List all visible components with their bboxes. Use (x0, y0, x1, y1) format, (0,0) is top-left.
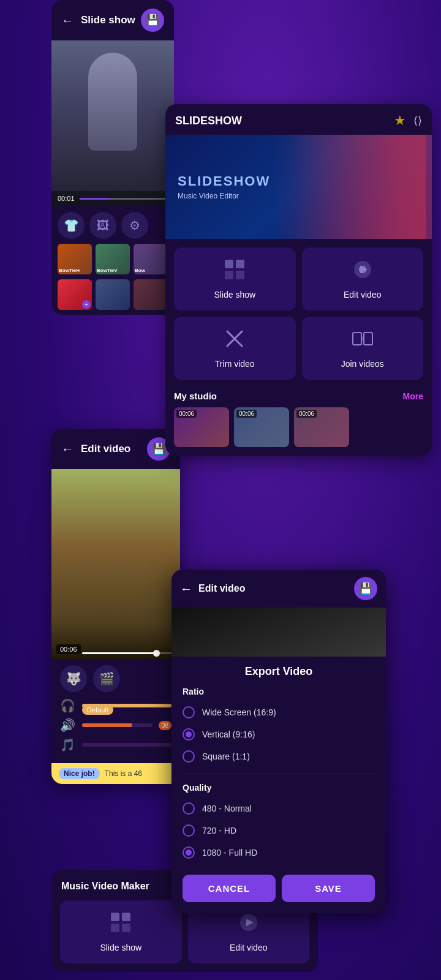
menu-item-edit[interactable]: Edit video (302, 247, 424, 311)
left-progress-fill (80, 198, 111, 200)
menu-item-trim[interactable]: Trim video (174, 317, 296, 380)
left-card-title: Slide show (81, 14, 141, 26)
tool-btn-2[interactable]: 🖼 (89, 212, 116, 239)
bottom-menu-slideshow[interactable]: Slide show (60, 900, 182, 963)
music-icon: 🎵 (60, 737, 76, 752)
edit-progress-bar[interactable] (82, 652, 175, 654)
card-edit-video-left: ← Edit video 💾 00:06 🐺 🎬 🎧 Default (51, 429, 180, 784)
edit-video-left-header: ← Edit video 💾 (51, 429, 180, 469)
svg-rect-9 (353, 333, 361, 345)
left-save-button[interactable]: 💾 (141, 9, 164, 32)
export-save-btn[interactable]: 💾 (354, 577, 377, 600)
slider-row-1: 🎧 Default (60, 698, 172, 713)
menu-label-edit: Edit video (344, 290, 381, 300)
menu-label-join: Join videos (341, 359, 384, 369)
cancel-button[interactable]: CANCEL (183, 875, 276, 902)
save-icon: 💾 (146, 13, 159, 27)
menu-label-trim: Trim video (215, 359, 255, 369)
join-icon (352, 328, 374, 354)
edit-tool-btn-1[interactable]: 🐺 (60, 665, 87, 692)
edit-tool-btn-2[interactable]: 🎬 (93, 665, 120, 692)
slider-default[interactable]: Default (82, 704, 172, 707)
studio-thumb-time-1: 00:06 (176, 410, 197, 418)
edit-tool-row: 🐺 🎬 (60, 665, 172, 692)
thumb-video-3[interactable] (134, 279, 168, 310)
ratio-radio-vertical (183, 728, 195, 741)
ratio-option-square[interactable]: Square (1:1) (183, 745, 375, 767)
studio-thumb-1[interactable]: 00:06 (174, 407, 229, 447)
quality-radio-720 (183, 824, 195, 837)
banner-small-text: Music Video Editor (178, 192, 270, 200)
save-button[interactable]: SAVE (282, 875, 375, 902)
svg-rect-14 (111, 924, 119, 932)
studio-thumb-time-3: 00:06 (296, 410, 317, 418)
tool-icon-1: 👕 (64, 218, 79, 233)
ratio-label-square: Square (1:1) (202, 752, 250, 761)
ratio-radio-widescreen (183, 706, 195, 718)
svg-rect-1 (236, 260, 244, 268)
ratio-option-vertical[interactable]: Vertical (9:16) (183, 723, 375, 745)
quality-radio-480 (183, 802, 195, 815)
edit-tool-icon-2: 🎬 (99, 671, 115, 686)
ratio-label: Ratio (172, 682, 386, 699)
quality-option-480[interactable]: 480 - Normal (183, 797, 375, 820)
bottom-edit-icon (238, 911, 260, 938)
studio-thumb-3[interactable]: 00:06 (294, 407, 349, 447)
left-time-badge: 00:01 (58, 195, 75, 202)
left-progress-bar[interactable] (80, 198, 168, 200)
tool-btn-3[interactable]: ⚙ (121, 212, 148, 239)
quality-label-480: 480 - Normal (202, 804, 252, 813)
back-icon[interactable]: ← (61, 13, 74, 28)
menu-item-join[interactable]: Join videos (302, 317, 424, 380)
slider-volume[interactable] (82, 723, 153, 727)
slideshow-menu-grid: Slide show Edit video Trim video Join vi… (165, 239, 432, 388)
card-export-video: ← Edit video 💾 Export Video Ratio Wide S… (172, 570, 386, 913)
quality-option-720[interactable]: 720 - HD (183, 820, 375, 842)
quality-label-720: 720 - HD (202, 826, 236, 835)
left-card-header: ← Slide show 💾 (51, 0, 174, 40)
left-tool-row: 👕 🖼 ⚙ (51, 206, 174, 239)
thumb-bowtie-v[interactable]: BowTieV (96, 244, 130, 274)
share-icon[interactable]: ⟨⟩ (413, 114, 422, 127)
slideshow-icon (224, 258, 246, 285)
thumb-bowtie-h[interactable]: BowTieH (58, 244, 92, 274)
menu-item-slideshow[interactable]: Slide show (174, 247, 296, 311)
quality-option-1080[interactable]: 1080 - Full HD (183, 842, 375, 864)
quality-label: Quality (172, 778, 386, 795)
star-icon[interactable]: ★ (394, 113, 406, 129)
thumb-video-2[interactable] (96, 279, 130, 310)
volume-badge: 38 (159, 721, 172, 730)
studio-thumb-2[interactable]: 00:06 (234, 407, 289, 447)
left-video-controls: 00:01 (51, 191, 174, 206)
slider-music[interactable] (82, 743, 172, 747)
thumb-bow[interactable]: Bow (134, 244, 168, 274)
thumb-label-3: Bow (135, 268, 145, 273)
svg-rect-10 (364, 333, 372, 345)
tool-icon-2: 🖼 (97, 219, 109, 233)
nice-job-bar: Nice job! This is a 46 (51, 763, 180, 784)
edit-video-icon (352, 258, 374, 285)
svg-rect-15 (122, 924, 130, 932)
export-back-icon[interactable]: ← (180, 582, 192, 596)
ratio-radio-group: Wide Screen (16:9) Vertical (9:16) Squar… (172, 699, 386, 770)
svg-rect-0 (225, 260, 233, 268)
edit-video-preview: 00:06 (51, 469, 180, 659)
ratio-option-widescreen[interactable]: Wide Screen (16:9) (183, 701, 375, 723)
svg-rect-13 (122, 913, 130, 921)
ratio-label-vertical: Vertical (9:16) (202, 729, 255, 739)
thumb-add[interactable]: + (58, 279, 92, 310)
edit-back-icon[interactable]: ← (61, 442, 74, 456)
banner-text-block: SLIDESHOW Music Video Editor (178, 173, 270, 200)
slideshow-panel-title: SLIDESHOW (175, 115, 242, 127)
edit-controls: 🐺 🎬 🎧 Default 🔊 38 🎵 (51, 659, 180, 763)
menu-label-slideshow: Slide show (214, 290, 255, 300)
quality-radio-group: 480 - Normal 720 - HD 1080 - Full HD (172, 795, 386, 866)
svg-rect-12 (111, 913, 119, 921)
studio-thumbnails: 00:06 00:06 00:06 (174, 407, 423, 447)
ratio-label-widescreen: Wide Screen (16:9) (202, 707, 276, 717)
more-link[interactable]: More (403, 391, 423, 401)
tool-btn-1[interactable]: 👕 (58, 212, 85, 239)
thumb-label-2: BowTieV (97, 268, 118, 273)
edit-save-icon: 💾 (152, 442, 165, 456)
svg-rect-2 (225, 271, 233, 279)
